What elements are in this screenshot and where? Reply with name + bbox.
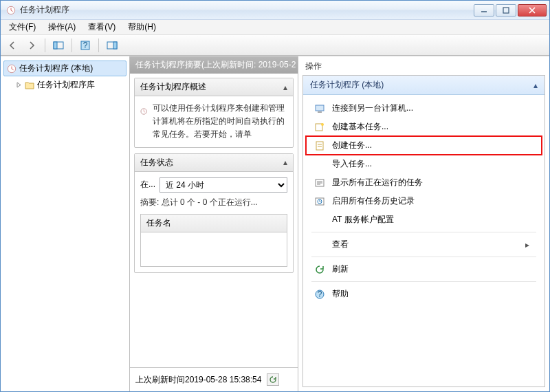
menu-file[interactable]: 文件(F) bbox=[3, 20, 41, 34]
window-title: 任务计划程序 bbox=[20, 4, 69, 16]
action-refresh[interactable]: 刷新 bbox=[306, 260, 542, 279]
action-view[interactable]: 查看 ▸ bbox=[306, 235, 542, 254]
separator bbox=[311, 281, 536, 282]
computer-icon bbox=[314, 103, 325, 114]
window-controls bbox=[472, 4, 547, 17]
expander-icon[interactable] bbox=[16, 82, 22, 88]
help-button[interactable]: ? bbox=[78, 38, 93, 53]
refresh-mini-button[interactable] bbox=[267, 373, 279, 386]
overview-text: 可以使用任务计划程序来创建和管理计算机将在所指定的时间自动执行的常见任务。若要开… bbox=[153, 102, 287, 142]
overview-title: 任务计划程序概述 bbox=[140, 81, 206, 93]
svg-rect-12 bbox=[316, 105, 324, 111]
toolbar-separator bbox=[72, 39, 72, 52]
svg-rect-16 bbox=[316, 142, 323, 150]
actions-group-label: 任务计划程序 (本地) bbox=[310, 79, 384, 91]
action-create-task[interactable]: 创建任务... bbox=[306, 136, 542, 155]
last-refresh-label: 上次刷新时间2019-05-28 15:38:54 bbox=[135, 374, 261, 386]
actions-title: 操作 bbox=[298, 56, 549, 75]
overview-panel: 任务计划程序概述 ▴ 可以使用任务计划程序来创建和管理计算机将在所指定的时间自动… bbox=[134, 78, 294, 148]
menu-action[interactable]: 操作(A) bbox=[43, 20, 81, 34]
history-icon bbox=[314, 196, 325, 207]
task-list-header[interactable]: 任务名 bbox=[140, 214, 287, 232]
client-area: 任务计划程序 (本地) 任务计划程序库 任务计划程序摘要(上次刷新时间: 201… bbox=[1, 56, 549, 391]
chevron-up-icon: ▴ bbox=[283, 83, 287, 92]
svg-rect-8 bbox=[113, 42, 117, 49]
action-label: 连接到另一台计算机... bbox=[332, 102, 413, 114]
task-icon bbox=[314, 140, 325, 151]
action-connect[interactable]: 连接到另一台计算机... bbox=[306, 99, 542, 118]
summary-footer: 上次刷新时间2019-05-28 15:38:54 bbox=[130, 367, 298, 391]
folder-icon bbox=[25, 81, 34, 89]
menubar: 文件(F) 操作(A) 查看(V) 帮助(H) bbox=[1, 20, 549, 35]
action-label: 启用所有任务历史记录 bbox=[332, 195, 415, 207]
toolbar-separator bbox=[45, 39, 45, 52]
running-tasks-icon bbox=[314, 177, 325, 188]
svg-point-15 bbox=[321, 123, 324, 126]
help-icon: ? bbox=[314, 289, 325, 300]
chevron-right-icon: ▸ bbox=[525, 240, 529, 250]
action-label: 创建基本任务... bbox=[332, 121, 388, 133]
overview-panel-header[interactable]: 任务计划程序概述 ▴ bbox=[135, 78, 293, 96]
action-enable-history[interactable]: 启用所有任务历史记录 bbox=[306, 192, 542, 210]
svg-rect-4 bbox=[54, 42, 57, 49]
toolbar: ? bbox=[1, 35, 549, 56]
app-clock-icon bbox=[6, 6, 16, 15]
action-label: 显示所有正在运行的任务 bbox=[332, 177, 423, 188]
svg-rect-13 bbox=[318, 111, 322, 113]
blank-icon bbox=[314, 239, 325, 250]
blank-icon bbox=[314, 159, 325, 170]
action-at-service[interactable]: AT 服务帐户配置 bbox=[306, 210, 542, 229]
actions-pane: 操作 任务计划程序 (本地) ▴ 连接到另一台计算机... 创建基本任务... bbox=[298, 56, 549, 391]
status-panel: 任务状态 ▴ 在... 近 24 小时 摘要: 总计 0 个 - 0 个正在运行… bbox=[134, 153, 294, 273]
clock-icon bbox=[7, 64, 16, 74]
action-show-running[interactable]: 显示所有正在运行的任务 bbox=[306, 173, 542, 192]
actions-group-header[interactable]: 任务计划程序 (本地) ▴ bbox=[303, 76, 544, 95]
svg-text:?: ? bbox=[83, 41, 88, 50]
tree-library-label: 任务计划程序库 bbox=[37, 79, 95, 91]
chevron-up-icon: ▴ bbox=[534, 80, 538, 90]
tree-root-label: 任务计划程序 (本地) bbox=[19, 63, 93, 74]
tree-pane: 任务计划程序 (本地) 任务计划程序库 bbox=[1, 56, 130, 391]
forward-button[interactable] bbox=[24, 38, 39, 53]
svg-rect-2 bbox=[503, 8, 509, 13]
separator bbox=[311, 257, 536, 257]
action-label: 帮助 bbox=[332, 288, 349, 300]
action-label: 刷新 bbox=[332, 263, 349, 275]
status-in-label: 在... bbox=[140, 179, 155, 190]
maximize-button[interactable] bbox=[496, 4, 516, 17]
tree-node-library[interactable]: 任务计划程序库 bbox=[13, 78, 126, 92]
separator bbox=[311, 232, 536, 232]
action-label: 查看 bbox=[332, 239, 349, 250]
svg-text:?: ? bbox=[318, 290, 322, 299]
minimize-button[interactable] bbox=[474, 4, 494, 17]
status-summary: 摘要: 总计 0 个 - 0 个正在运行... bbox=[140, 197, 287, 208]
action-help[interactable]: ? 帮助 bbox=[306, 285, 542, 303]
status-title: 任务状态 bbox=[140, 157, 173, 168]
app-window: 任务计划程序 文件(F) 操作(A) 查看(V) 帮助(H) ? bbox=[0, 0, 550, 392]
summary-header: 任务计划程序摘要(上次刷新时间: 2019-05-2 bbox=[130, 56, 298, 74]
blank-icon bbox=[314, 215, 325, 226]
taskname-column: 任务名 bbox=[146, 218, 171, 228]
action-create-basic-task[interactable]: 创建基本任务... bbox=[306, 118, 542, 136]
action-import-task[interactable]: 导入任务... bbox=[306, 155, 542, 173]
summary-pane: 任务计划程序摘要(上次刷新时间: 2019-05-2 任务计划程序概述 ▴ 可以… bbox=[130, 56, 298, 391]
tree-node-root[interactable]: 任务计划程序 (本地) bbox=[3, 61, 126, 76]
back-button[interactable] bbox=[5, 38, 20, 53]
action-label: 导入任务... bbox=[332, 158, 372, 170]
show-hide-tree-button[interactable] bbox=[51, 38, 66, 53]
chevron-up-icon: ▴ bbox=[283, 157, 287, 167]
action-label: AT 服务帐户配置 bbox=[332, 214, 394, 226]
toolbar-separator bbox=[98, 39, 99, 52]
menu-view[interactable]: 查看(V) bbox=[82, 20, 121, 34]
titlebar: 任务计划程序 bbox=[1, 1, 549, 20]
status-panel-header[interactable]: 任务状态 ▴ bbox=[135, 154, 293, 172]
menu-help[interactable]: 帮助(H) bbox=[122, 20, 162, 34]
close-button[interactable] bbox=[518, 4, 547, 17]
refresh-icon bbox=[314, 264, 325, 275]
action-label: 创建任务... bbox=[332, 140, 372, 151]
status-range-select[interactable]: 近 24 小时 bbox=[160, 177, 287, 193]
wizard-icon bbox=[314, 122, 325, 133]
task-list-body bbox=[140, 232, 287, 267]
refresh-icon bbox=[269, 375, 277, 384]
show-hide-action-pane-button[interactable] bbox=[104, 38, 120, 53]
